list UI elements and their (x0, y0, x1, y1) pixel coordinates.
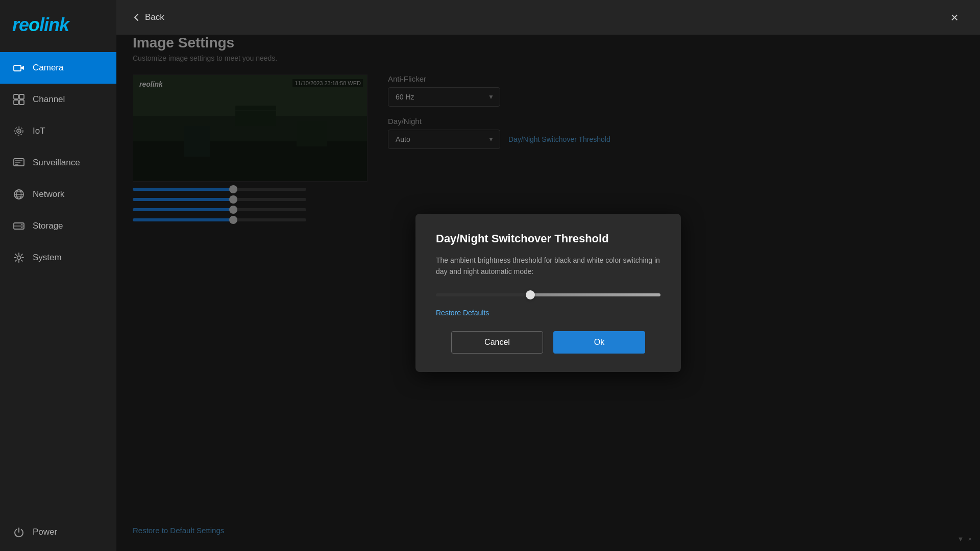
svg-point-8 (18, 131, 20, 132)
modal-slider-track (436, 293, 660, 296)
sidebar-system-label: System (33, 253, 62, 263)
sidebar-network-label: Network (33, 189, 64, 199)
svg-point-20 (21, 224, 22, 225)
sidebar-item-network[interactable]: Network (0, 179, 116, 210)
sidebar-channel-label: Channel (33, 94, 65, 105)
svg-rect-4 (14, 100, 18, 105)
modal-description: The ambient brightness threshold for bla… (436, 255, 660, 278)
network-icon (12, 188, 26, 201)
close-button[interactable]: × (945, 8, 964, 27)
sidebar-item-iot[interactable]: IoT (0, 115, 116, 147)
iot-icon (12, 124, 26, 138)
surveillance-icon (12, 156, 26, 169)
modal-dialog: Day/Night Switchover Threshold The ambie… (415, 214, 681, 372)
back-button[interactable]: Back (133, 12, 164, 22)
nav-menu: Camera Channel (0, 52, 116, 513)
sidebar-storage-label: Storage (33, 221, 63, 231)
app-logo: reolink (12, 14, 104, 36)
logo-area: reolink (0, 0, 116, 52)
svg-rect-0 (14, 65, 21, 71)
svg-rect-9 (14, 159, 24, 166)
ok-button[interactable]: Ok (553, 331, 645, 354)
modal-title: Day/Night Switchover Threshold (436, 232, 660, 245)
restore-defaults-modal-link[interactable]: Restore Defaults (436, 309, 660, 317)
sidebar-item-camera[interactable]: Camera (0, 52, 116, 84)
power-icon (12, 525, 26, 539)
storage-icon (12, 219, 26, 233)
power-label: Power (33, 527, 57, 537)
svg-rect-3 (19, 94, 24, 99)
sidebar-iot-label: IoT (33, 126, 45, 136)
modal-overlay: Day/Night Switchover Threshold The ambie… (116, 35, 980, 551)
top-bar: Back × (116, 0, 980, 35)
system-icon (12, 251, 26, 264)
svg-point-21 (21, 227, 22, 228)
svg-rect-2 (14, 94, 18, 99)
power-button[interactable]: Power (12, 525, 104, 539)
main-content: Back × Image Settings Customize image se… (116, 0, 980, 551)
modal-slider-wrapper (436, 293, 660, 296)
svg-marker-1 (21, 66, 24, 70)
back-arrow-icon (133, 13, 141, 21)
svg-rect-5 (19, 100, 24, 105)
sidebar: reolink Camera Chan (0, 0, 116, 551)
modal-slider-thumb[interactable] (526, 290, 535, 299)
modal-buttons: Cancel Ok (436, 331, 660, 354)
sidebar-item-surveillance[interactable]: Surveillance (0, 147, 116, 179)
cancel-button[interactable]: Cancel (451, 331, 543, 354)
sidebar-footer: Power (0, 513, 116, 551)
sidebar-item-storage[interactable]: Storage (0, 210, 116, 242)
sidebar-item-system[interactable]: System (0, 242, 116, 273)
sidebar-camera-label: Camera (33, 63, 63, 73)
sidebar-surveillance-label: Surveillance (33, 158, 80, 168)
camera-icon (12, 61, 26, 74)
svg-point-22 (17, 256, 21, 260)
page-area: Image Settings Customize image settings … (116, 35, 980, 551)
channel-icon (12, 93, 26, 106)
sidebar-item-channel[interactable]: Channel (0, 84, 116, 115)
